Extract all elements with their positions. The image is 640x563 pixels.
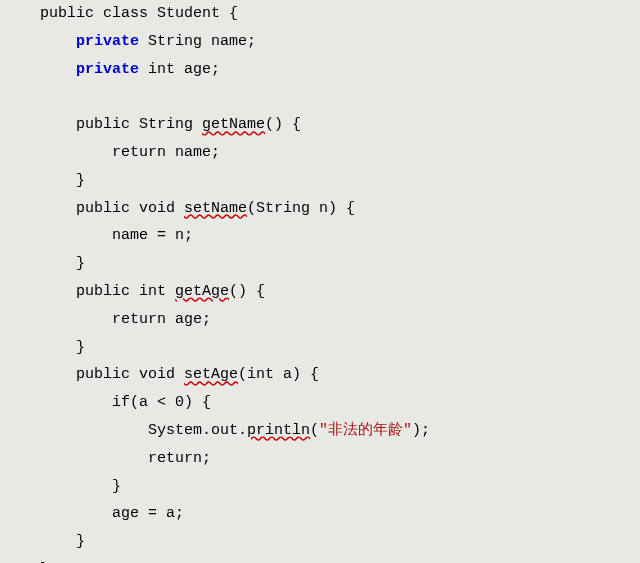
keyword-private: private bbox=[76, 61, 139, 78]
method-getAge-sig: public int getAge() { bbox=[76, 283, 265, 300]
code-block: public class Student { private String na… bbox=[0, 0, 640, 563]
brace-close: } bbox=[76, 172, 85, 189]
method-name-getName: getName bbox=[202, 116, 265, 133]
method-setAge-sig: public void setAge(int a) { bbox=[76, 366, 319, 383]
brace-close: } bbox=[76, 339, 85, 356]
assign-age: age = a; bbox=[112, 505, 184, 522]
method-name-println: println bbox=[247, 422, 310, 439]
println-call: System.out.println("非法的年龄"); bbox=[148, 422, 430, 439]
return-keyword: return; bbox=[148, 450, 211, 467]
method-setName-sig: public void setName(String n) { bbox=[76, 200, 355, 217]
method-name-setAge: setAge bbox=[184, 366, 238, 383]
string-literal: "非法的年龄" bbox=[319, 422, 412, 439]
brace-close: } bbox=[76, 533, 85, 550]
field-age: private int age; bbox=[76, 61, 220, 78]
method-name-getAge: getAge bbox=[175, 283, 229, 300]
method-getName-sig: public String getName() { bbox=[76, 116, 301, 133]
brace-close: } bbox=[76, 255, 85, 272]
method-name-setName: setName bbox=[184, 200, 247, 217]
assign-name: name = n; bbox=[112, 227, 193, 244]
class-decl: public class Student { bbox=[40, 5, 238, 22]
if-condition: if(a < 0) { bbox=[112, 394, 211, 411]
keyword-private: private bbox=[76, 33, 139, 50]
brace-close: } bbox=[112, 478, 121, 495]
return-age: return age; bbox=[112, 311, 211, 328]
return-name: return name; bbox=[112, 144, 220, 161]
field-name: private String name; bbox=[76, 33, 256, 50]
